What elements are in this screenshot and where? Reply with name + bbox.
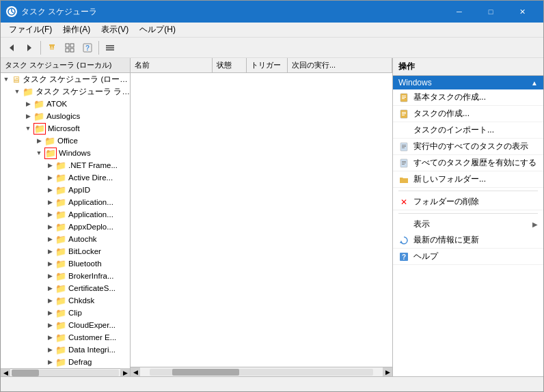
tree-horizontal-scrollbar[interactable]: ◀ ▶	[1, 368, 130, 376]
tree-node[interactable]: ▶ 📁 AppID	[1, 184, 130, 196]
action-item[interactable]: 最新の情報に更新	[393, 232, 543, 249]
toolbar: ?	[1, 38, 543, 58]
action-item[interactable]: タスクのインポート...	[393, 122, 543, 139]
menu-help[interactable]: ヘルプ(H)	[134, 23, 181, 37]
svg-rect-5	[49, 44, 55, 46]
delete-icon: ✕	[398, 197, 409, 208]
col-name[interactable]: 名前	[131, 58, 213, 72]
view-button[interactable]	[102, 40, 118, 56]
tree-node[interactable]: ▶ 📁 BrokerInfra...	[1, 270, 130, 282]
tree-node[interactable]: ▶ 📁 Autochk	[1, 233, 130, 245]
node-label: Microsoft	[48, 124, 80, 132]
expand-icon: ▶	[44, 221, 55, 232]
folder-icon: 📁	[33, 111, 44, 122]
section-expand-icon: ▲	[531, 79, 538, 87]
tree-node[interactable]: ▶ 📁 Application...	[1, 196, 130, 208]
maximize-button[interactable]: □	[475, 1, 506, 23]
tree-node[interactable]: ▶ 📁 Chkdsk	[1, 294, 130, 307]
list-scroll-right[interactable]: ▶	[383, 367, 392, 377]
list-horizontal-scrollbar[interactable]: ◀ ▶	[131, 367, 392, 376]
list-body[interactable]	[131, 73, 392, 367]
expand-icon: ▶	[44, 197, 55, 208]
minimize-button[interactable]: ─	[444, 1, 475, 23]
action-label: 基本タスクの作成...	[413, 92, 486, 103]
tree-node[interactable]: ▶ 📁 Office	[1, 135, 130, 147]
tree-node[interactable]: ▶ 📁 BitLocker	[1, 245, 130, 257]
tree-panel: タスク スケジューラ (ローカル) ▼ 🖥 タスク スケジューラ (ローカル) …	[1, 58, 131, 376]
tree-node[interactable]: ▶ 📁 Clip	[1, 307, 130, 319]
action-item[interactable]: ?ヘルプ	[393, 249, 543, 265]
tree-body[interactable]: ▼ 🖥 タスク スケジューラ (ローカル) ▼ 📁 タスク スケジューラ ライブ…	[1, 73, 130, 368]
svg-rect-22	[402, 112, 406, 113]
help-button[interactable]: ?	[79, 40, 96, 56]
node-label: AppxDeplo...	[68, 223, 113, 231]
node-label: Office	[57, 137, 78, 145]
folder-icon: 📁	[55, 308, 66, 318]
action-icon	[398, 125, 409, 136]
main-window: タスク スケジューラ ─ □ ✕ ファイル(F) 操作(A) 表示(V) ヘルプ…	[0, 0, 544, 392]
folder-icon: 📁	[55, 222, 66, 232]
col-next[interactable]: 次回の実行...	[288, 58, 392, 72]
tree-node-root[interactable]: ▼ 🖥 タスク スケジューラ (ローカル)	[1, 73, 130, 85]
action-label: 新しいフォルダー...	[413, 173, 486, 185]
window-controls: ─ □ ✕	[444, 1, 538, 23]
svg-rect-24	[402, 115, 405, 115]
tree-node[interactable]: ▶ 📁 Auslogics	[1, 110, 130, 122]
expand-icon: ▼	[33, 148, 44, 158]
tree-node[interactable]: ▶ 📁 Active Dire...	[1, 171, 130, 184]
tree-node[interactable]: ▶ 📁 CloudExper...	[1, 319, 130, 331]
action-delete-item[interactable]: ✕フォルダーの削除	[393, 194, 543, 210]
back-button[interactable]	[3, 40, 20, 56]
action-item[interactable]: 新しいフォルダー...	[393, 171, 543, 188]
tree-node[interactable]: ▶ 📁 Application...	[1, 208, 130, 221]
action-item[interactable]: 基本タスクの作成...	[393, 89, 543, 106]
tree-node[interactable]: ▼ 📁 タスク スケジューラ ライブラ	[1, 85, 130, 98]
forward-button[interactable]	[21, 40, 38, 56]
scroll-right[interactable]: ▶	[120, 368, 130, 377]
node-label: AppID	[68, 186, 90, 194]
action-label: 表示	[413, 219, 430, 230]
action-label: すべてのタスク履歴を有効にする	[413, 157, 536, 169]
menu-view[interactable]: 表示(V)	[96, 23, 134, 37]
col-status[interactable]: 状態	[213, 58, 247, 72]
tree-node[interactable]: ▼ 📁 Microsoft	[1, 122, 130, 135]
action-item[interactable]: すべてのタスク履歴を有効にする	[393, 155, 543, 171]
up-button[interactable]	[44, 40, 60, 56]
app-icon	[6, 6, 17, 17]
action-label: ヘルプ	[413, 251, 438, 262]
tree-node[interactable]: ▼ 📁 Windows	[1, 147, 130, 159]
menu-file[interactable]: ファイル(F)	[3, 23, 57, 37]
node-label: Application...	[68, 210, 113, 219]
action-item[interactable]: タスクの作成...	[393, 106, 543, 122]
svg-marker-4	[27, 44, 31, 51]
tree-node[interactable]: ▶ 📁 ATOK	[1, 98, 130, 110]
node-label: Auslogics	[46, 112, 80, 120]
close-button[interactable]: ✕	[506, 1, 538, 23]
svg-rect-30	[402, 161, 406, 162]
expand-icon: ▶	[33, 135, 44, 146]
list-scroll-left[interactable]: ◀	[131, 367, 140, 377]
col-trigger[interactable]: トリガー	[247, 58, 288, 72]
folder-icon: 📁	[55, 271, 66, 281]
action-label: タスクの作成...	[413, 108, 470, 120]
action-submenu-item[interactable]: 表示▶	[393, 216, 543, 232]
action-item[interactable]: 実行中のすべてのタスクの表示	[393, 139, 543, 155]
tree-node[interactable]: ▶ 📁 Data Integri...	[1, 344, 130, 356]
node-label: Chkdsk	[68, 296, 94, 305]
svg-rect-8	[66, 44, 69, 47]
scroll-left[interactable]: ◀	[1, 368, 10, 377]
folder-icon: 📁	[55, 185, 66, 195]
toolbar-sep-1	[40, 41, 41, 55]
tree-node[interactable]: ▶ 📁 Bluetooth	[1, 257, 130, 270]
tree-node[interactable]: ▶ 📁 .NET Frame...	[1, 159, 130, 171]
actions-header: 操作	[393, 58, 543, 76]
tree-node[interactable]: ▶ 📁 Customer E...	[1, 331, 130, 344]
node-label: CertificateS...	[68, 284, 115, 292]
tree-node[interactable]: ▶ 📁 AppxDeplo...	[1, 221, 130, 233]
show-button[interactable]	[62, 40, 78, 56]
expand-icon: ▶	[44, 209, 55, 220]
action-icon	[398, 219, 409, 230]
menu-actions[interactable]: 操作(A)	[57, 23, 96, 37]
tree-node[interactable]: ▶ 📁 Defrag	[1, 356, 130, 368]
tree-node[interactable]: ▶ 📁 CertificateS...	[1, 282, 130, 294]
